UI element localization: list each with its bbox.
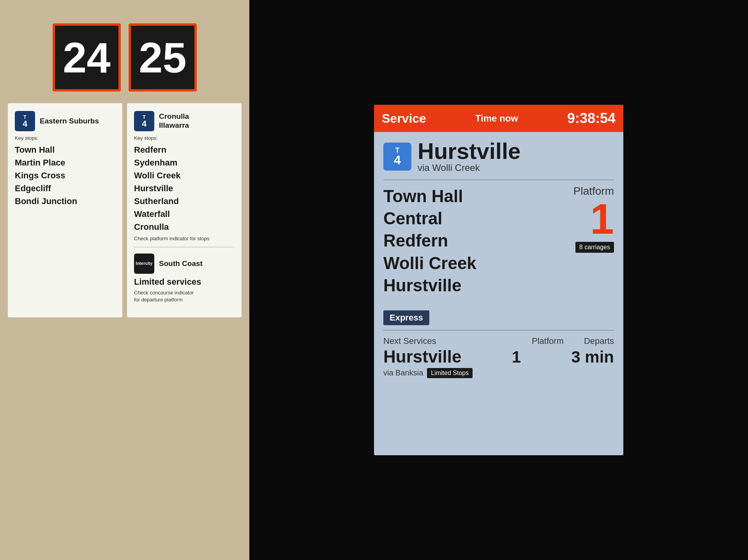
t4-badge-display: T 4 [383,143,411,171]
stop-redfern: Redfern [134,143,235,156]
display-main: T 4 Hurstville via Wolli Creek Town Hall… [374,132,623,455]
limited-stops-badge: Limited Stops [427,368,473,378]
stop-sutherland: Sutherland [134,195,235,208]
eastern-suburbs-line-name: Eastern Suburbs [40,117,99,126]
intercity-section: Intercity South Coast Limited services C… [134,254,235,303]
next-service-platform-col: 1 [512,348,521,366]
next-platform-value: 1 [512,348,521,366]
next-services-headers: Next Services Platform Departs [383,336,614,346]
divider [134,247,235,247]
time-now-label: Time now [475,113,518,124]
display-header: Service Time now 9:38:54 [374,105,623,132]
sign-boards: T 4 Eastern Suburbs Key stops: Town Hall… [8,103,242,317]
stop-hurstville: Hurstville [134,182,235,195]
sign-board-cronulla: T 4 Cronulla Illawarra Key stops: Redfer… [127,103,242,317]
display-stop-wolli-creek: Wolli Creek [383,252,476,274]
stop-sydenham: Sydenham [134,156,235,169]
stop-waterfall: Waterfall [134,208,235,220]
express-badge: Express [383,310,429,325]
current-time: 9:38:54 [567,110,616,127]
check-platform-text: Check platform indicator for stops [134,236,235,241]
display-stop-town-hall: Town Hall [383,185,476,207]
next-header-plat-label: Platform [528,336,567,346]
destination-name: Hurstville [418,140,520,162]
display-divider-1 [383,180,614,180]
board2-header: T 4 Cronulla Illawarra [134,111,235,131]
service-label: Service [382,111,426,126]
stop-kings-cross: Kings Cross [15,169,115,182]
next-service-destination: Hurstville [383,347,462,366]
next-service-departs-col: 3 min [571,348,614,366]
platform-section: Platform 1 8 carriages [573,185,614,253]
stop-wolli-creek: Wolli Creek [134,169,235,182]
next-services-section: Next Services Platform Departs Hurstvill… [383,330,614,378]
stop-town-hall: Town Hall [15,143,115,156]
intercity-header: Intercity South Coast [134,254,235,274]
next-service-row: Hurstville 1 3 min [383,347,614,366]
next-header-dest-label: Next Services [383,336,528,346]
platform-number-25: 25 [139,36,186,79]
platform-number-display: 1 [573,197,614,240]
left-panel: 24 25 T 4 Eastern Suburbs Key stops: Tow… [0,0,249,560]
display-stops-list: Town Hall Central Redfern Wolli Creek Hu… [383,185,476,296]
platform-number-24: 24 [63,36,110,79]
display-stop-central: Central [383,207,476,229]
next-service-via: via Banksia Limited Stops [383,368,614,378]
destination-info: Hurstville via Wolli Creek [418,140,520,173]
check-indicator-text: Check concourse indicator for departure … [134,289,235,303]
board1-stop-list: Town Hall Martin Place Kings Cross Edgec… [15,143,115,208]
right-panel: Service Time now 9:38:54 T 4 Hurstville … [249,0,748,560]
digital-display: Service Time now 9:38:54 T 4 Hurstville … [374,105,623,455]
platform-sign-24: 24 [53,23,121,92]
intercity-name: South Coast [159,259,203,268]
next-header-dep-label: Departs [567,336,614,346]
t4-badge-eastern: T 4 [15,111,35,131]
via-text: via Wolli Creek [418,162,520,173]
board1-key-stops-label: Key stops: [15,135,115,141]
sign-board-eastern-suburbs: T 4 Eastern Suburbs Key stops: Town Hall… [8,103,122,317]
platform-signs: 24 25 [53,23,197,92]
board2-key-stops-label: Key stops: [134,135,235,141]
display-stop-hurstville: Hurstville [383,274,476,296]
intercity-badge: Intercity [134,254,154,274]
stop-bondi-junction: Bondi Junction [15,195,115,208]
cronulla-line-name: Cronulla Illawarra [159,112,189,130]
stop-edgecliff: Edgecliff [15,182,115,195]
board1-header: T 4 Eastern Suburbs [15,111,115,131]
stops-platform-section: Town Hall Central Redfern Wolli Creek Hu… [383,185,614,296]
board2-stop-list: Redfern Sydenham Wolli Creek Hurstville … [134,143,235,233]
t4-badge-cronulla: T 4 [134,111,154,131]
stop-cronulla: Cronulla [134,220,235,233]
carriages-badge: 8 carriages [575,242,614,253]
stop-martin-place: Martin Place [15,156,115,169]
display-stop-redfern: Redfern [383,229,476,252]
destination-section: T 4 Hurstville via Wolli Creek [383,140,614,173]
next-departs-value: 3 min [571,348,614,366]
limited-services-text: Limited services [134,277,235,287]
next-via-text: via Banksia [383,368,423,377]
platform-sign-25: 25 [129,23,197,92]
